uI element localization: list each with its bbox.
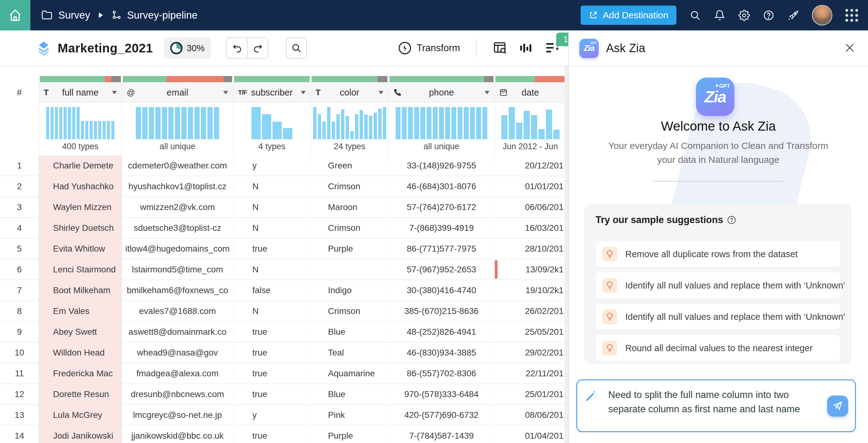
row-number[interactable]: 10	[0, 343, 39, 363]
cell-email[interactable]: lmcgreyc@so-net.ne.jp	[122, 405, 233, 425]
zia-input-box[interactable]: Need to split the full name column into …	[576, 379, 856, 432]
row-number[interactable]: 13	[0, 405, 39, 425]
cell-date[interactable]: 22/11/201	[494, 363, 566, 383]
cell-subscriber[interactable]: N	[233, 218, 311, 238]
cell-subscriber[interactable]: N	[233, 301, 311, 321]
cell-subscriber[interactable]: true	[233, 363, 311, 383]
cell-date[interactable]: 16/03/201	[494, 218, 566, 238]
table-row[interactable]: 2Had Yushachkohyushachkov1@toplist.czNCr…	[0, 176, 568, 197]
cell-full_name[interactable]: Jodi Janikowski	[39, 425, 122, 443]
column-stats-icon[interactable]	[519, 41, 534, 56]
column-histogram-phone[interactable]: all unique	[389, 103, 494, 155]
user-avatar[interactable]	[812, 5, 832, 25]
cell-color[interactable]: Pink	[311, 405, 389, 425]
table-row[interactable]: 13Lula McGreylmcgreyc@so-net.ne.jpyPink4…	[0, 405, 568, 425]
quality-bar-subscriber[interactable]	[234, 76, 310, 82]
cell-subscriber[interactable]: N	[233, 197, 311, 217]
suggestion-card[interactable]: Identify all null values and replace the…	[595, 272, 840, 298]
cell-full_name[interactable]: Shirley Duetsch	[39, 218, 122, 238]
cell-date[interactable]: 19/10/2k1	[494, 280, 566, 300]
column-histogram-subscriber[interactable]: 4 types	[233, 103, 311, 155]
cell-full_name[interactable]: Lula McGrey	[39, 405, 122, 425]
cell-phone[interactable]: 57-(967)952-2653	[389, 259, 494, 279]
cell-color[interactable]: Blue	[311, 384, 389, 404]
cell-email[interactable]: itlow4@hugedomains_com	[122, 239, 233, 259]
column-header-phone[interactable]: phone	[389, 82, 494, 103]
breadcrumb-project[interactable]: Survey	[41, 9, 90, 21]
row-number[interactable]: 2	[0, 176, 39, 196]
cell-email[interactable]: bmilkeham6@foxnews_co	[122, 280, 233, 300]
table-row[interactable]: 9Abey Swettaswett8@domainmark.cotrueBlue…	[0, 322, 568, 343]
cell-date[interactable]: 25/01/201	[494, 384, 566, 404]
table-row[interactable]: 11Fredericka Macfmadgea@alexa.comtrueAqu…	[0, 363, 568, 384]
row-number[interactable]: 7	[0, 280, 39, 300]
cell-full_name[interactable]: Had Yushachko	[39, 176, 122, 196]
cell-phone[interactable]: 7-(784)587-1439	[389, 425, 494, 443]
suggestion-card[interactable]: Identify all null values and replace the…	[595, 304, 840, 330]
column-menu-caret-icon[interactable]	[112, 91, 117, 94]
cell-date[interactable]: 13/09/2k1	[494, 259, 566, 279]
cell-date[interactable]: 25/05/201	[494, 322, 566, 342]
cell-date[interactable]: 01/04/201	[494, 425, 566, 443]
settings-icon[interactable]	[738, 10, 750, 21]
quality-bar-date[interactable]	[495, 76, 565, 82]
send-button[interactable]	[827, 395, 848, 417]
cell-subscriber[interactable]: true	[233, 343, 311, 363]
cell-color[interactable]: Teal	[311, 343, 389, 363]
notifications-icon[interactable]	[714, 10, 725, 21]
cell-email[interactable]: wmizzen2@vk.com	[122, 197, 233, 217]
cell-subscriber[interactable]: N	[233, 176, 311, 196]
column-histogram-email[interactable]: all unique	[122, 103, 233, 155]
cell-phone[interactable]: 970-(578)333-6484	[389, 384, 494, 404]
cell-subscriber[interactable]: true	[233, 384, 311, 404]
cell-subscriber[interactable]: y	[233, 405, 311, 425]
cell-date[interactable]: 06/06/201	[494, 197, 566, 217]
column-histogram-color[interactable]: 24 types	[311, 103, 389, 155]
cell-full_name[interactable]: Willdon Head	[39, 343, 122, 363]
cell-subscriber[interactable]: N	[233, 259, 311, 279]
table-row[interactable]: 4Shirley Duetschsduetsche3@toplist-czNCr…	[0, 218, 568, 239]
cell-color[interactable]: Indigo	[311, 280, 389, 300]
cell-email[interactable]: dresunb@nbcnews.com	[122, 384, 233, 404]
breadcrumb-pipeline[interactable]: Survey-pipeline	[112, 9, 197, 21]
cell-full_name[interactable]: Boot Milkeham	[39, 280, 122, 300]
row-number[interactable]: 6	[0, 259, 39, 279]
column-histogram-date[interactable]: Jun 2012 - Jun	[494, 103, 566, 155]
cell-color[interactable]: Green	[311, 155, 389, 176]
add-destination-button[interactable]: Add Destination	[581, 6, 676, 25]
row-number[interactable]: 8	[0, 301, 39, 321]
cell-phone[interactable]: 86-(771)577-7975	[389, 239, 494, 259]
cell-color[interactable]: Aquamarine	[311, 363, 389, 383]
quality-bar-email[interactable]	[123, 76, 232, 82]
column-menu-caret-icon[interactable]	[378, 91, 383, 94]
table-row[interactable]: 12Dorette Resundresunb@nbcnews.comtrueBl…	[0, 384, 568, 405]
column-header-full_name[interactable]: Tfull name	[39, 82, 122, 103]
cell-full_name[interactable]: Evita Whitlow	[39, 239, 122, 259]
cell-full_name[interactable]: Lenci Stairmond	[39, 259, 122, 279]
cell-phone[interactable]: 30-(380)416-4740	[389, 280, 494, 300]
table-preview-icon[interactable]	[493, 41, 508, 56]
cell-color[interactable]	[311, 259, 389, 279]
column-header-email[interactable]: @email	[122, 82, 233, 103]
quality-bar-color[interactable]	[312, 76, 388, 82]
table-row[interactable]: 8Em Valesevales7@1688.comNCrimson385-(67…	[0, 301, 568, 322]
cell-date[interactable]: 20/12/201	[494, 155, 566, 176]
cell-phone[interactable]: 86-(557)702-8306	[389, 363, 494, 383]
cell-phone[interactable]: 7-(868)399-4919	[389, 218, 494, 238]
cell-date[interactable]: 29/02/201	[494, 343, 566, 363]
cell-color[interactable]: Blue	[311, 322, 389, 342]
cell-phone[interactable]: 46-(830)934-3885	[389, 343, 494, 363]
cell-color[interactable]: Crimson	[311, 176, 389, 196]
row-number[interactable]: 12	[0, 384, 39, 404]
search-icon[interactable]	[689, 10, 701, 21]
cell-subscriber[interactable]: true	[233, 322, 311, 342]
table-row[interactable]: 7Boot Milkehambmilkeham6@foxnews_cofalse…	[0, 280, 568, 301]
close-panel-button[interactable]	[843, 41, 856, 55]
cell-full_name[interactable]: Dorette Resun	[39, 384, 122, 404]
cell-phone[interactable]: 33-(148)926-9755	[389, 155, 494, 176]
cell-color[interactable]: Crimson	[311, 218, 389, 238]
grid-scrollbar[interactable]	[564, 66, 568, 443]
cell-color[interactable]: Crimson	[311, 301, 389, 321]
undo-button[interactable]	[226, 37, 247, 59]
apps-grid-icon[interactable]	[845, 9, 858, 22]
